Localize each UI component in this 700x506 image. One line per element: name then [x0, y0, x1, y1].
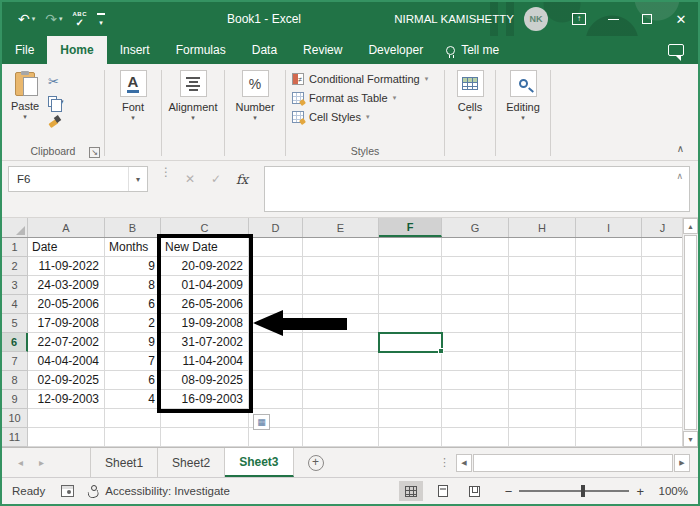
cell-E9[interactable] [303, 390, 379, 409]
insert-function-button[interactable]: fx [229, 172, 255, 187]
scroll-right-icon[interactable]: ▶ [674, 454, 690, 472]
cell-F9[interactable] [379, 390, 442, 409]
tab-review[interactable]: Review [290, 36, 355, 64]
cell-H7[interactable] [509, 352, 576, 371]
close-button[interactable]: ✕ [664, 2, 698, 36]
tab-formulas[interactable]: Formulas [163, 36, 239, 64]
cell-A3[interactable]: 24-03-2009 [28, 276, 105, 295]
cell-H9[interactable] [509, 390, 576, 409]
cell-C1[interactable]: New Date [161, 238, 249, 257]
cell-A2[interactable]: 11-09-2022 [28, 257, 105, 276]
tab-data[interactable]: Data [239, 36, 290, 64]
cell-H5[interactable] [509, 314, 576, 333]
cell-A9[interactable]: 12-09-2003 [28, 390, 105, 409]
sheet-tab-sheet3[interactable]: Sheet3 [225, 448, 293, 477]
page-layout-view-button[interactable] [431, 481, 455, 501]
column-header-D[interactable]: D [249, 218, 303, 237]
cell-J7[interactable] [642, 352, 682, 371]
cell-B1[interactable]: Months [105, 238, 161, 257]
cell-C8[interactable]: 08-09-2025 [161, 371, 249, 390]
avatar[interactable]: NK [524, 7, 548, 31]
cut-button[interactable]: ✂ [48, 73, 64, 89]
cell-I4[interactable] [576, 295, 642, 314]
selected-cell-f6[interactable] [378, 332, 443, 353]
customize-qat-button[interactable]: ▾ [97, 13, 105, 26]
cell-F4[interactable] [379, 295, 442, 314]
tab-developer[interactable]: Developer [355, 36, 436, 64]
column-header-J[interactable]: J [642, 218, 682, 237]
cell-D4[interactable] [249, 295, 303, 314]
cell-E10[interactable] [303, 409, 379, 428]
horizontal-scroll-thumb[interactable] [473, 454, 673, 472]
cell-I7[interactable] [576, 352, 642, 371]
column-header-F[interactable]: F [379, 218, 442, 237]
maximize-button[interactable] [630, 2, 664, 36]
cell-B9[interactable]: 4 [105, 390, 161, 409]
cell-A7[interactable]: 04-04-2004 [28, 352, 105, 371]
row-header-5[interactable]: 5 [2, 314, 28, 333]
format-as-table-button[interactable]: Format as Table ▾ [292, 88, 444, 107]
cell-H3[interactable] [509, 276, 576, 295]
row-header-3[interactable]: 3 [2, 276, 28, 295]
cell-B3[interactable]: 8 [105, 276, 161, 295]
horizontal-scrollbar[interactable]: ◀ ▶ [456, 454, 690, 472]
cell-H10[interactable] [509, 409, 576, 428]
enter-formula-button[interactable]: ✓ [203, 172, 229, 186]
clipboard-dialog-launcher[interactable]: ↘ [89, 147, 100, 158]
cell-styles-button[interactable]: Cell Styles ▾ [292, 107, 444, 126]
cell-E11[interactable] [303, 428, 379, 447]
cell-G4[interactable] [442, 295, 509, 314]
undo-button[interactable]: ↶▾ [18, 11, 35, 27]
column-header-E[interactable]: E [303, 218, 379, 237]
cell-H11[interactable] [509, 428, 576, 447]
spelling-button[interactable]: ABC✓ [73, 11, 88, 28]
cell-I3[interactable] [576, 276, 642, 295]
vertical-scrollbar[interactable]: ▲ ▼ [682, 218, 698, 447]
cell-I10[interactable] [576, 409, 642, 428]
row-header-4[interactable]: 4 [2, 295, 28, 314]
cell-B5[interactable]: 2 [105, 314, 161, 333]
zoom-slider[interactable] [519, 490, 629, 492]
select-all-button[interactable] [2, 218, 28, 237]
scroll-left-icon[interactable]: ◀ [456, 454, 472, 472]
cell-G11[interactable] [442, 428, 509, 447]
column-header-A[interactable]: A [28, 218, 105, 237]
cell-B4[interactable]: 6 [105, 295, 161, 314]
cell-G5[interactable] [442, 314, 509, 333]
cell-A6[interactable]: 22-07-2002 [28, 333, 105, 352]
sheet-tab-sheet2[interactable]: Sheet2 [158, 448, 225, 477]
formula-input[interactable]: ∧ [264, 166, 690, 212]
scroll-up-icon[interactable]: ▲ [683, 218, 698, 234]
cell-J8[interactable] [642, 371, 682, 390]
paste-button[interactable]: Paste ▾ [2, 69, 48, 129]
cell-A1[interactable]: Date [28, 238, 105, 257]
cell-H6[interactable] [509, 333, 576, 352]
new-sheet-button[interactable]: + [308, 455, 324, 471]
cell-G8[interactable] [442, 371, 509, 390]
font-group-button[interactable]: A Font ▾ [105, 64, 161, 160]
cell-C2[interactable]: 20-09-2022 [161, 257, 249, 276]
cell-I6[interactable] [576, 333, 642, 352]
alignment-group-button[interactable]: Alignment ▾ [162, 64, 224, 160]
cell-H1[interactable] [509, 238, 576, 257]
cell-F1[interactable] [379, 238, 442, 257]
cell-D5[interactable] [249, 314, 303, 333]
user-name[interactable]: NIRMAL KAMISHETTY [394, 13, 514, 25]
cell-H2[interactable] [509, 257, 576, 276]
cells-group-button[interactable]: Cells ▾ [445, 64, 495, 160]
vertical-scroll-thumb[interactable] [684, 235, 697, 430]
name-box[interactable]: F6 ▾ [8, 166, 148, 192]
row-header-1[interactable]: 1 [2, 238, 28, 257]
cell-J2[interactable] [642, 257, 682, 276]
zoom-out-button[interactable]: − [505, 484, 513, 499]
column-header-H[interactable]: H [509, 218, 576, 237]
column-header-G[interactable]: G [442, 218, 509, 237]
tell-me-box[interactable]: Tell me [436, 36, 509, 64]
row-header-6[interactable]: 6 [2, 333, 28, 352]
zoom-slider-handle[interactable] [581, 485, 585, 497]
cell-J5[interactable] [642, 314, 682, 333]
cell-C6[interactable]: 31-07-2002 [161, 333, 249, 352]
cell-B2[interactable]: 9 [105, 257, 161, 276]
cell-C9[interactable]: 16-09-2003 [161, 390, 249, 409]
cell-D7[interactable] [249, 352, 303, 371]
